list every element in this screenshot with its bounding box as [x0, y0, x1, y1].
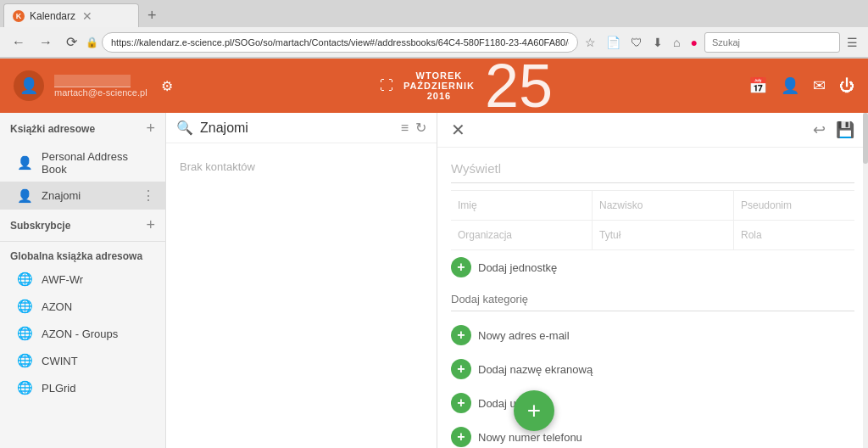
security-icon: 🔒: [86, 36, 98, 48]
form-actions: ↩ 💾: [813, 120, 854, 139]
form-undo-button[interactable]: ↩: [813, 120, 826, 139]
display-name-input[interactable]: [451, 154, 854, 183]
add-category-input[interactable]: [451, 288, 854, 311]
search-icon: 🔍: [176, 120, 193, 136]
shield-button[interactable]: 🛡: [627, 34, 646, 51]
global-label: Globalna książka adresowa: [10, 250, 142, 262]
expand-calendar-button[interactable]: ⛶: [380, 78, 393, 93]
fab-icon: +: [527, 397, 541, 424]
browser-tab[interactable]: K Kalendarz ✕: [3, 3, 139, 27]
sidebar-item-personal[interactable]: 👤 Personal Address Book: [0, 144, 165, 182]
user-email: martach@e-science.pl: [54, 87, 147, 98]
znajomi-icon: 👤: [17, 188, 33, 204]
refresh-button[interactable]: ↻: [415, 120, 426, 136]
personal-book-icon: 👤: [17, 155, 33, 171]
contact-list-panel: 🔍 ≡ ↻ Brak kontaktów: [166, 113, 437, 448]
sidebar: Książki adresowe + 👤 Personal Address Bo…: [0, 113, 166, 448]
download-button[interactable]: ⬇: [649, 34, 666, 51]
mail-icon-button[interactable]: ✉: [813, 76, 826, 95]
sidebar-item-plgrid[interactable]: 🌐 PLGrid: [0, 374, 165, 401]
cwint-label: CWINT: [42, 355, 78, 367]
new-tab-button[interactable]: +: [142, 7, 162, 25]
add-screen-name-label: Dodaj nazwę ekranową: [478, 363, 593, 376]
forward-button[interactable]: →: [34, 33, 58, 52]
organization-input[interactable]: [451, 221, 593, 249]
global-icon-azon: 🌐: [17, 299, 33, 314]
add-subscription-button[interactable]: +: [146, 216, 155, 234]
power-icon-button[interactable]: ⏻: [839, 77, 854, 95]
add-unit-row[interactable]: + Dodaj jednostkę: [451, 250, 854, 284]
form-close-button[interactable]: ✕: [451, 120, 465, 140]
reload-button[interactable]: ⟳: [61, 32, 82, 52]
menu-button[interactable]: ☰: [843, 34, 861, 51]
add-email-row[interactable]: + Nowy adres e-mail: [451, 318, 854, 352]
first-name-input[interactable]: [451, 191, 593, 220]
tab-favicon: K: [13, 10, 25, 22]
subscriptions-header: Subskrybcje +: [0, 210, 165, 241]
last-name-input[interactable]: [593, 191, 734, 220]
contacts-icon-button[interactable]: 👤: [781, 76, 799, 95]
addon-button[interactable]: ●: [687, 34, 701, 51]
calendar-icon-button[interactable]: 📅: [748, 76, 767, 95]
tab-close-button[interactable]: ✕: [82, 9, 92, 23]
browser-search-input[interactable]: [704, 32, 840, 53]
bookmark-star-button[interactable]: ☆: [581, 34, 599, 51]
month-label: PAŹDZIERNIK: [403, 81, 475, 91]
org-row: [451, 221, 854, 250]
global-icon-plgrid: 🌐: [17, 380, 33, 395]
back-button[interactable]: ←: [7, 33, 31, 52]
contact-form-panel: ✕ ↩ 💾 + Dodaj jednostkę: [437, 113, 868, 448]
contact-list-header: 🔍 ≡ ↻: [166, 113, 437, 143]
fab-add-contact-button[interactable]: +: [514, 390, 554, 431]
avatar: 👤: [14, 70, 44, 101]
title-input[interactable]: [593, 221, 734, 249]
scroll-track: [863, 113, 868, 448]
home-button[interactable]: ⌂: [670, 34, 683, 51]
header-right: 📅 👤 ✉ ⏻: [753, 76, 854, 95]
app-main: Książki adresowe + 👤 Personal Address Bo…: [0, 113, 868, 448]
global-icon-azon-groups: 🌐: [17, 326, 33, 341]
znajomi-label: Znajomi: [42, 189, 81, 202]
contact-search-input[interactable]: [200, 120, 394, 136]
form-save-button[interactable]: 💾: [836, 120, 854, 139]
filter-button[interactable]: ≡: [401, 120, 409, 136]
sidebar-item-awf[interactable]: 🌐 AWF-Wr: [0, 266, 165, 293]
address-books-label: Książki adresowe: [10, 123, 95, 135]
add-birthday-icon: +: [451, 393, 471, 413]
sidebar-item-azon-groups[interactable]: 🌐 AZON - Groups: [0, 320, 165, 347]
role-input[interactable]: [734, 221, 868, 249]
year-label: 2016: [403, 91, 475, 101]
global-address-book-header: Globalna książka adresowa: [0, 241, 165, 266]
reading-mode-button[interactable]: 📄: [603, 34, 624, 51]
plgrid-label: PLGrid: [42, 382, 75, 395]
date-info: WTOREK PAŹDZIERNIK 2016: [403, 70, 475, 101]
no-contacts-message: Brak kontaktów: [166, 143, 437, 190]
add-address-book-button[interactable]: +: [146, 120, 155, 137]
big-day-number: 25: [485, 55, 553, 116]
nickname-input[interactable]: [734, 191, 868, 220]
settings-gear-button[interactable]: ⚙: [161, 78, 173, 94]
day-label: WTOREK: [403, 70, 475, 81]
global-icon-awf: 🌐: [17, 272, 33, 287]
awf-label: AWF-Wr: [42, 273, 83, 286]
add-screen-name-icon: +: [451, 359, 471, 379]
add-phone-row[interactable]: + Nowy numer telefonu: [451, 420, 854, 448]
sidebar-item-cwint[interactable]: 🌐 CWINT: [0, 347, 165, 374]
add-unit-icon: +: [451, 257, 471, 277]
address-books-header: Książki adresowe +: [0, 113, 165, 144]
add-birthday-row[interactable]: + Dodaj urodziny: [451, 386, 854, 420]
sidebar-item-azon[interactable]: 🌐 AZON: [0, 293, 165, 320]
sidebar-item-znajomi[interactable]: 👤 Znajomi ⋮: [0, 182, 165, 210]
header-center: ⛶ WTOREK PAŹDZIERNIK 2016 25: [180, 55, 753, 116]
avatar-icon: 👤: [19, 76, 38, 95]
form-body: + Dodaj jednostkę + Nowy adres e-mail + …: [437, 148, 868, 448]
add-unit-label: Dodaj jednostkę: [478, 261, 557, 274]
username-input[interactable]: [54, 75, 131, 87]
add-screen-name-row[interactable]: + Dodaj nazwę ekranową: [451, 352, 854, 386]
znajomi-options-button[interactable]: ⋮: [142, 188, 155, 204]
user-info: martach@e-science.pl: [54, 75, 147, 98]
url-bar[interactable]: [102, 32, 578, 53]
global-icon-cwint: 🌐: [17, 353, 33, 368]
subscriptions-label: Subskrybcje: [10, 220, 70, 232]
scroll-thumb[interactable]: [863, 113, 868, 164]
